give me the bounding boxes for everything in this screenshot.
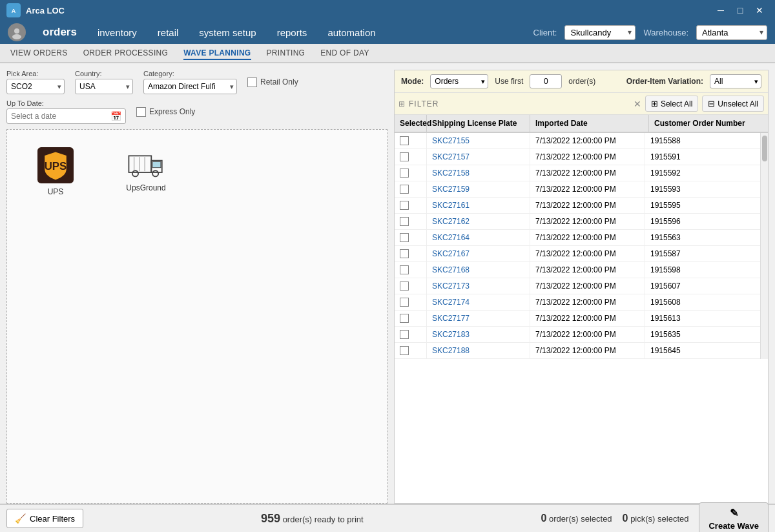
date-group: Up To Date: 📅 (6, 99, 126, 124)
select-all-button[interactable]: ⊞ Select All (645, 96, 698, 112)
variation-select-wrap[interactable]: All (710, 74, 761, 88)
cell-checkbox-4[interactable] (395, 198, 427, 213)
clear-filters-button[interactable]: 🧹 Clear Filters (6, 509, 83, 528)
cell-order-11: 1915613 (645, 311, 760, 326)
maximize-button[interactable]: □ (731, 3, 749, 18)
cell-slp-12: SKC27183 (427, 327, 530, 342)
up-to-date-label: Up To Date: (6, 99, 126, 107)
header-slp: Shipping License Plate (427, 115, 530, 132)
cell-order-12: 1915635 (645, 327, 760, 342)
title-bar: A Arca LOC ─ □ ✕ (0, 0, 775, 21)
horizontal-scrollbar[interactable] (7, 503, 387, 504)
svg-point-3 (12, 34, 21, 39)
sub-nav-wave-planning[interactable]: WAVE PLANNING (183, 47, 251, 60)
cell-checkbox-5[interactable] (395, 214, 427, 229)
menu-item-inventory[interactable]: inventory (94, 25, 141, 41)
pick-area-select[interactable]: SCO2 (6, 79, 65, 94)
mode-select-wrap[interactable]: Orders (430, 74, 488, 88)
category-select-wrap[interactable]: Amazon Direct Fulfi (143, 79, 237, 94)
sub-nav-order-processing[interactable]: ORDER PROCESSING (83, 47, 169, 59)
menu-item-reports[interactable]: reports (273, 25, 311, 41)
cell-date-6: 7/13/2022 12:00:00 PM (530, 230, 645, 245)
table-header: Selected Shipping License Plate Imported… (395, 115, 768, 133)
pick-area-select-wrap[interactable]: SCO2 (6, 79, 65, 94)
cell-checkbox-1[interactable] (395, 149, 427, 165)
row-checkbox-5[interactable] (400, 217, 409, 226)
client-select[interactable]: Skullcandy (564, 25, 636, 40)
row-checkbox-0[interactable] (400, 136, 409, 145)
filter-clear-button[interactable]: ✕ (634, 99, 641, 109)
cell-date-5: 7/13/2022 12:00:00 PM (530, 214, 645, 229)
retail-only-checkbox[interactable] (247, 77, 257, 87)
picks-selected-info: 0 pick(s) selected (623, 513, 689, 524)
client-select-wrapper[interactable]: Skullcandy (564, 25, 636, 40)
close-button[interactable]: ✕ (750, 3, 769, 18)
menu-item-orders[interactable]: orders (39, 23, 81, 41)
mode-label: Mode: (401, 77, 424, 86)
cell-checkbox-8[interactable] (395, 262, 427, 278)
date-input[interactable] (11, 112, 108, 121)
date-input-wrap[interactable]: 📅 (6, 108, 126, 124)
table-row: SKC27168 7/13/2022 12:00:00 PM 1915598 (395, 262, 760, 278)
row-checkbox-10[interactable] (400, 298, 409, 307)
user-avatar (8, 23, 26, 41)
carrier-grid: UPS UPS (7, 130, 387, 503)
row-checkbox-6[interactable] (400, 233, 409, 242)
cell-checkbox-0[interactable] (395, 133, 427, 148)
ups-ground-carrier-label: UpsGround (126, 183, 165, 192)
row-checkbox-1[interactable] (400, 152, 409, 161)
cell-checkbox-11[interactable] (395, 311, 427, 326)
vertical-scrollbar[interactable] (760, 133, 768, 359)
cell-slp-7: SKC27167 (427, 246, 530, 261)
row-checkbox-7[interactable] (400, 249, 409, 258)
row-checkbox-8[interactable] (400, 265, 409, 274)
calendar-icon[interactable]: 📅 (110, 111, 121, 121)
express-only-checkbox[interactable] (136, 107, 146, 117)
cell-checkbox-2[interactable] (395, 165, 427, 181)
row-checkbox-9[interactable] (400, 281, 409, 291)
sub-nav-printing[interactable]: PRINTING (267, 47, 305, 59)
menu-item-system-setup[interactable]: system setup (195, 25, 260, 41)
carrier-ups[interactable]: UPS UPS (14, 136, 98, 207)
cell-checkbox-3[interactable] (395, 181, 427, 197)
row-checkbox-2[interactable] (400, 169, 409, 178)
mode-select[interactable]: Orders (430, 74, 488, 88)
select-all-icon: ⊞ (651, 99, 658, 108)
cell-checkbox-13[interactable] (395, 343, 427, 358)
warehouse-select-wrapper[interactable]: Atlanta (696, 25, 767, 40)
warehouse-select[interactable]: Atlanta (696, 25, 767, 40)
menu-item-automation[interactable]: automation (324, 25, 379, 41)
orders-selected-info: 0 order(s) selected (541, 513, 612, 524)
order-count-input[interactable] (530, 74, 562, 88)
cell-checkbox-10[interactable] (395, 294, 427, 310)
cell-checkbox-6[interactable] (395, 230, 427, 245)
retail-only-label: Retail Only (260, 77, 298, 87)
v-scroll-thumb (762, 136, 767, 161)
row-checkbox-4[interactable] (400, 201, 409, 210)
broom-icon: 🧹 (15, 513, 26, 524)
row-checkbox-12[interactable] (400, 330, 409, 339)
row-checkbox-11[interactable] (400, 314, 409, 323)
country-select[interactable]: USA (75, 79, 133, 94)
minimize-button[interactable]: ─ (712, 3, 730, 18)
cell-checkbox-9[interactable] (395, 278, 427, 294)
filter-input[interactable] (409, 99, 630, 108)
table-row: SKC27167 7/13/2022 12:00:00 PM 1915587 (395, 246, 760, 262)
cell-checkbox-12[interactable] (395, 327, 427, 342)
cell-checkbox-7[interactable] (395, 246, 427, 261)
unselect-all-button[interactable]: ⊟ Unselect All (702, 96, 764, 112)
carrier-ups-ground[interactable]: UpsGround (104, 136, 188, 207)
country-select-wrap[interactable]: USA (75, 79, 133, 94)
row-checkbox-3[interactable] (400, 185, 409, 194)
menu-item-retail[interactable]: retail (154, 25, 183, 41)
cell-order-5: 1915596 (645, 214, 760, 229)
row-checkbox-13[interactable] (400, 346, 409, 355)
create-wave-button[interactable]: ✎ Create Wave (699, 502, 769, 533)
variation-select[interactable]: All (710, 74, 761, 88)
filter-row: ⊞ ✕ ⊞ Select All ⊟ Unselect All (395, 93, 768, 115)
sub-nav: VIEW ORDERS ORDER PROCESSING WAVE PLANNI… (0, 44, 775, 63)
sub-nav-end-of-day[interactable]: END OF DAY (320, 47, 369, 59)
sub-nav-view-orders[interactable]: VIEW ORDERS (10, 47, 68, 59)
category-select[interactable]: Amazon Direct Fulfi (143, 79, 237, 94)
header-order: Customer Order Number (649, 115, 768, 132)
